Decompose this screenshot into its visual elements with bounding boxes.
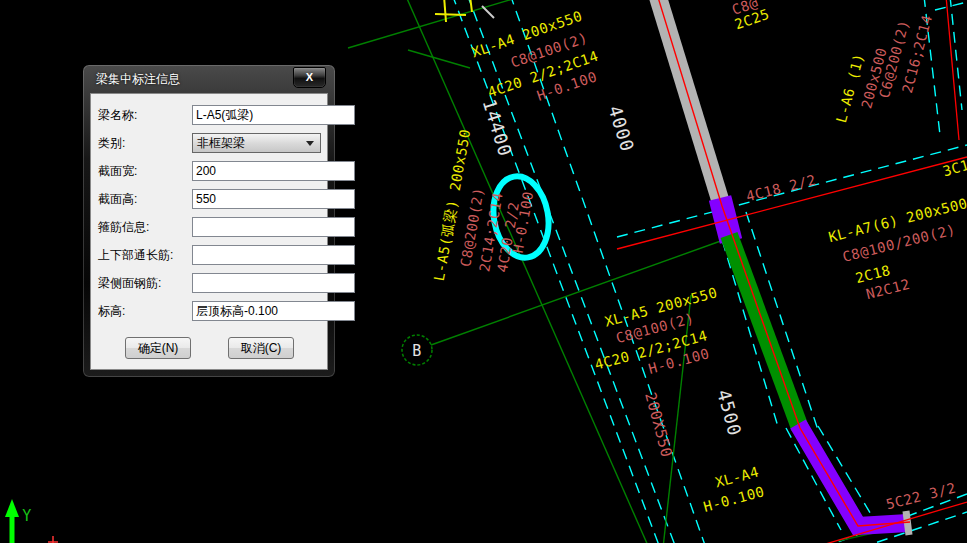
cancel-button[interactable]: 取消(C) (228, 337, 294, 359)
dialog-body: 梁名称: 类别: 非框架梁 截面宽: 截面高: 箍筋信息: (90, 93, 328, 370)
field-row-section-height: 截面高: (98, 189, 321, 209)
category-selected-value: 非框架梁 (197, 135, 245, 152)
beam-name-label: 梁名称: (98, 107, 192, 124)
section-width-label: 截面宽: (98, 163, 192, 180)
stirrup-info-label: 箍筋信息: (98, 219, 192, 236)
field-row-side-rebar: 梁侧面钢筋: (98, 273, 321, 293)
ucs-y-label: Y (22, 509, 32, 524)
beam-end-cap (906, 511, 909, 535)
dialog-buttons: 确定(N) 取消(C) (98, 337, 321, 359)
beam-name-input[interactable] (192, 105, 355, 125)
field-row-beam-name: 梁名称: (98, 105, 321, 125)
stirrup-info-input[interactable] (192, 217, 355, 237)
close-button[interactable]: X (293, 67, 326, 88)
field-row-category: 类别: 非框架梁 (98, 133, 321, 153)
side-rebar-input[interactable] (192, 273, 355, 293)
field-row-stirrup-info: 箍筋信息: (98, 217, 321, 237)
elevation-input[interactable] (192, 301, 355, 321)
through-rebar-label: 上下部通长筋: (98, 247, 192, 264)
field-row-elevation: 标高: (98, 301, 321, 321)
section-width-input[interactable] (192, 161, 355, 181)
elevation-field-label: 标高: (98, 303, 192, 320)
dialog-title: 梁集中标注信息 (96, 71, 180, 88)
side-rebar-label: 梁侧面钢筋: (98, 275, 192, 292)
category-select[interactable]: 非框架梁 (192, 133, 321, 153)
chevron-down-icon (306, 141, 314, 146)
cad-viewport[interactable]: XL-A4 200x550 C8@100(2) 4C20 2/2;2C14 H-… (0, 0, 967, 543)
through-rebar-input[interactable] (192, 245, 355, 265)
beam-annotation-dialog: 梁集中标注信息 X 梁名称: 类别: 非框架梁 截面宽: 截面高 (82, 64, 336, 378)
section-height-input[interactable] (192, 189, 355, 209)
section-height-label: 截面高: (98, 191, 192, 208)
ucs-y-axis-icon (5, 499, 19, 543)
ok-button[interactable]: 确定(N) (125, 337, 191, 359)
grid-bubble-label: B (412, 344, 422, 359)
field-row-through-rebar: 上下部通长筋: (98, 245, 321, 265)
close-icon: X (306, 71, 313, 83)
category-label: 类别: (98, 135, 192, 152)
field-row-section-width: 截面宽: (98, 161, 321, 181)
